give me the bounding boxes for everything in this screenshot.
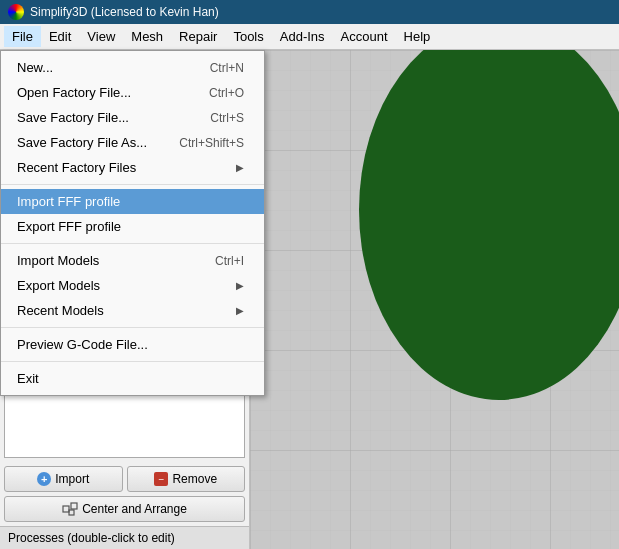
remove-label: Remove	[172, 472, 217, 486]
import-label: Import	[55, 472, 89, 486]
title-text: Simplify3D (Licensed to Kevin Han)	[30, 5, 219, 19]
file-dropdown: New... Ctrl+N Open Factory File... Ctrl+…	[0, 50, 265, 396]
processes-label: Processes (double-click to edit)	[8, 531, 175, 545]
menu-bar: File Edit View Mesh Repair Tools Add-Ins…	[0, 24, 619, 50]
menu-item-export-fff[interactable]: Export FFF profile	[1, 214, 264, 239]
separator-3	[1, 327, 264, 328]
import-button[interactable]: + Import	[4, 466, 123, 492]
svg-rect-1	[71, 503, 77, 509]
menu-item-recent-factory[interactable]: Recent Factory Files ▶	[1, 155, 264, 180]
svg-rect-2	[69, 510, 74, 515]
processes-bar: Processes (double-click to edit)	[0, 526, 249, 549]
center-arrange-label: Center and Arrange	[82, 502, 187, 516]
separator-4	[1, 361, 264, 362]
menu-file[interactable]: File	[4, 26, 41, 47]
menu-item-recent-models[interactable]: Recent Models ▶	[1, 298, 264, 323]
viewport-bg	[250, 50, 619, 549]
separator-2	[1, 243, 264, 244]
menu-item-preview-gcode[interactable]: Preview G-Code File...	[1, 332, 264, 357]
remove-button[interactable]: − Remove	[127, 466, 246, 492]
menu-item-export-models[interactable]: Export Models ▶	[1, 273, 264, 298]
menu-item-import-fff[interactable]: Import FFF profile	[1, 189, 264, 214]
app-icon	[8, 4, 24, 20]
menu-item-exit[interactable]: Exit	[1, 366, 264, 391]
menu-view[interactable]: View	[79, 26, 123, 47]
svg-rect-0	[63, 506, 69, 512]
menu-account[interactable]: Account	[333, 26, 396, 47]
menu-help[interactable]: Help	[396, 26, 439, 47]
menu-item-new[interactable]: New... Ctrl+N	[1, 55, 264, 80]
menu-mesh[interactable]: Mesh	[123, 26, 171, 47]
import-icon: +	[37, 472, 51, 486]
viewport	[250, 50, 619, 549]
remove-icon: −	[154, 472, 168, 486]
menu-tools[interactable]: Tools	[225, 26, 271, 47]
menu-item-import-models[interactable]: Import Models Ctrl+I	[1, 248, 264, 273]
title-bar: Simplify3D (Licensed to Kevin Han)	[0, 0, 619, 24]
center-arrange-button[interactable]: Center and Arrange	[4, 496, 245, 522]
menu-repair[interactable]: Repair	[171, 26, 225, 47]
button-row: + Import − Remove	[0, 462, 249, 496]
menu-edit[interactable]: Edit	[41, 26, 79, 47]
menu-item-save-as[interactable]: Save Factory File As... Ctrl+Shift+S	[1, 130, 264, 155]
separator-1	[1, 184, 264, 185]
menu-addins[interactable]: Add-Ins	[272, 26, 333, 47]
menu-item-save[interactable]: Save Factory File... Ctrl+S	[1, 105, 264, 130]
menu-item-open[interactable]: Open Factory File... Ctrl+O	[1, 80, 264, 105]
center-arrange-icon	[62, 502, 78, 516]
